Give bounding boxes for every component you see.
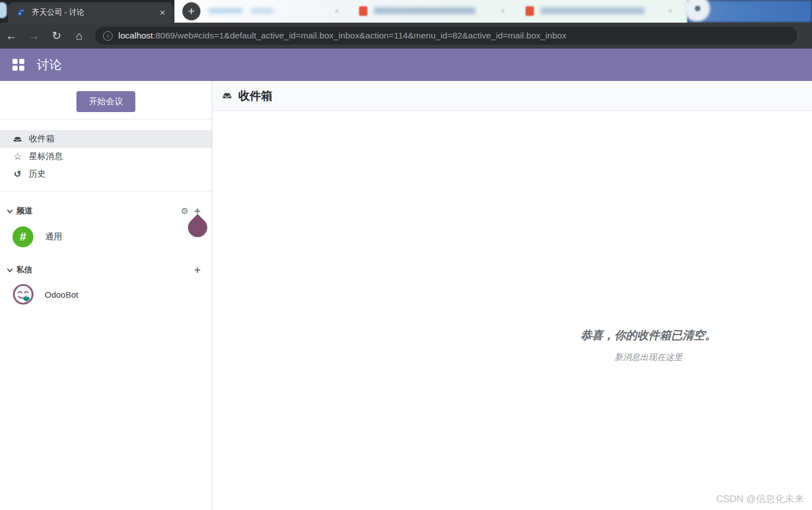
site-favicon bbox=[16, 7, 26, 18]
channels-section-label: 频道 bbox=[16, 206, 175, 216]
url-path: :8069/web#cids=1&default_active_id=mail.… bbox=[153, 31, 566, 40]
browser-toolbar: ← → ↻ ⌂ i localhost:8069/web#cids=1&defa… bbox=[0, 23, 812, 49]
empty-inbox-subtitle: 新消息出现在这里 bbox=[507, 352, 790, 363]
profile-dot-blur bbox=[695, 6, 700, 11]
star-icon: ☆ bbox=[12, 151, 23, 162]
sidebar-item-history[interactable]: ↺ 历史 bbox=[0, 165, 212, 183]
blurred-tab-text[interactable] bbox=[540, 7, 645, 14]
tab-close-icon[interactable]: × bbox=[157, 7, 168, 19]
blurred-tab-close-icon[interactable]: × bbox=[668, 7, 673, 15]
channels-section-header[interactable]: 频道 ⚙ + bbox=[0, 204, 212, 218]
sidebar-item-starred[interactable]: ☆ 星标消息 bbox=[0, 148, 212, 165]
dm-section-header[interactable]: 私信 + bbox=[0, 263, 212, 277]
blurred-tab-text[interactable] bbox=[208, 8, 242, 14]
blurred-tab-favicon bbox=[359, 6, 367, 16]
sidebar-item-label: 收件箱 bbox=[29, 134, 54, 144]
add-dm-icon[interactable]: + bbox=[194, 264, 200, 276]
channel-item-general[interactable]: # 通用 bbox=[0, 223, 212, 250]
apps-menu-icon[interactable] bbox=[12, 59, 24, 71]
tab-title: 齐天公司 - 讨论 bbox=[32, 7, 157, 18]
browser-tab-active[interactable]: 齐天公司 - 讨论 × bbox=[8, 2, 174, 23]
mailbox-list: 收件箱 ☆ 星标消息 ↺ 历史 bbox=[0, 119, 212, 191]
sidebar-item-label: 历史 bbox=[29, 169, 46, 179]
url-host: localhost bbox=[118, 31, 153, 40]
thread-header: 收件箱 bbox=[212, 81, 812, 111]
browser-tab-strip: 齐天公司 - 讨论 × + × × × bbox=[0, 0, 812, 23]
history-icon: ↺ bbox=[12, 169, 23, 179]
discuss-main: 收件箱 恭喜，你的收件箱已清空。 新消息出现在这里 CSDN @信息化未来 bbox=[212, 81, 812, 510]
blurred-tab-text[interactable] bbox=[374, 7, 476, 14]
inbox-icon bbox=[222, 91, 232, 101]
start-meeting-row: 开始会议 bbox=[0, 81, 212, 119]
dm-label: OdooBot bbox=[45, 290, 78, 299]
thread-title: 收件箱 bbox=[238, 88, 272, 104]
dm-item-odoobot[interactable]: OdooBot bbox=[0, 280, 212, 308]
inbox-icon bbox=[12, 135, 23, 144]
sidebar-item-label: 星标消息 bbox=[29, 151, 63, 162]
home-icon[interactable]: ⌂ bbox=[68, 29, 91, 42]
empty-inbox-title: 恭喜，你的收件箱已清空。 bbox=[507, 328, 790, 343]
empty-inbox-message: 恭喜，你的收件箱已清空。 新消息出现在这里 bbox=[507, 328, 790, 363]
app-title: 讨论 bbox=[37, 57, 62, 74]
discuss-sidebar: 开始会议 收件箱 ☆ 星标消息 ↺ 历史 频道 ⚙ bbox=[0, 81, 212, 510]
back-icon[interactable]: ← bbox=[0, 29, 23, 42]
chevron-down-icon bbox=[7, 267, 13, 273]
odoobot-avatar bbox=[12, 284, 34, 305]
blurred-tab-favicon bbox=[525, 6, 534, 16]
page-info-icon[interactable]: i bbox=[103, 31, 113, 41]
blurred-tabs-region: + × × × bbox=[174, 0, 687, 23]
reload-icon[interactable]: ↻ bbox=[45, 29, 68, 42]
channel-hash-icon: # bbox=[12, 226, 33, 247]
start-meeting-button[interactable]: 开始会议 bbox=[76, 91, 135, 112]
csdn-watermark: CSDN @信息化未来 bbox=[716, 492, 804, 505]
blurred-tab-text[interactable] bbox=[251, 8, 273, 14]
url-text: localhost:8069/web#cids=1&default_active… bbox=[118, 31, 566, 41]
new-tab-button[interactable]: + bbox=[182, 2, 200, 20]
dm-section-label: 私信 bbox=[16, 265, 189, 275]
app-header: 讨论 bbox=[0, 49, 812, 81]
channel-label: 通用 bbox=[45, 232, 62, 242]
sidebar-item-inbox[interactable]: 收件箱 bbox=[0, 130, 212, 148]
channel-settings-gear-icon[interactable]: ⚙ bbox=[181, 206, 188, 216]
forward-icon[interactable]: → bbox=[23, 29, 45, 42]
address-bar[interactable]: i localhost:8069/web#cids=1&default_acti… bbox=[95, 27, 797, 45]
tab-edge-fragment bbox=[0, 2, 7, 18]
blurred-tab-close-icon[interactable]: × bbox=[501, 7, 505, 15]
chevron-down-icon bbox=[7, 208, 13, 215]
blurred-tab-close-icon[interactable]: × bbox=[335, 7, 339, 15]
